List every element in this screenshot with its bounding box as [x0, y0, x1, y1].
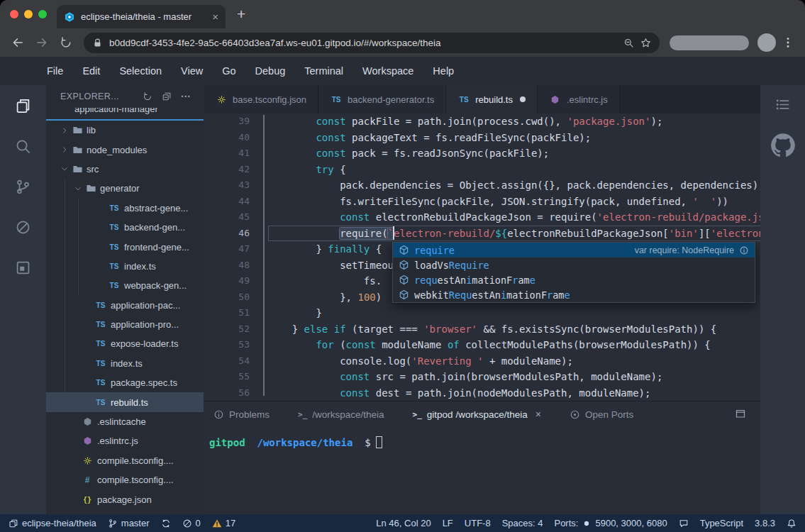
module-cube-icon	[399, 260, 409, 270]
window-minimize-button[interactable]	[24, 10, 33, 18]
menu-view[interactable]: View	[181, 65, 203, 77]
tree-item-application-pro...[interactable]: TSapplication-pro...	[46, 315, 204, 334]
tree-item-index.ts[interactable]: TSindex.ts	[46, 257, 204, 276]
editor-tab-.eslintrc.js[interactable]: .eslintrc.js	[538, 85, 620, 113]
suggestion-item[interactable]: requestAnimationFrame	[393, 272, 755, 287]
menu-selection[interactable]: Selection	[119, 65, 162, 77]
suggestion-item[interactable]: requirevar require: NodeRequire	[393, 243, 755, 257]
collapse-folders-icon[interactable]	[162, 92, 172, 101]
tree-item-label: package.json	[97, 494, 152, 505]
tree-item-abstract-gene...[interactable]: TSabstract-gene...	[46, 199, 204, 218]
more-actions-icon[interactable]: ···	[181, 93, 191, 100]
explorer-activity-button[interactable]	[15, 98, 31, 114]
editor-tab-backend-generator.ts[interactable]: TSbackend-generator.ts	[318, 85, 446, 113]
tree-item-compile.tsconfig....[interactable]: #compile.tsconfig....	[46, 470, 204, 489]
tree-item-label: expose-loader.ts	[111, 338, 178, 349]
toggle-panel-icon[interactable]	[735, 408, 746, 419]
scroll-decoration	[263, 115, 265, 396]
tree-item-.eslintrc.js[interactable]: .eslintrc.js	[46, 431, 204, 450]
menu-go[interactable]: Go	[222, 65, 235, 77]
info-icon	[739, 245, 749, 255]
tree-item-index.ts[interactable]: TSindex.ts	[46, 354, 204, 373]
tree-item-rebuild.ts[interactable]: TSrebuild.ts	[46, 392, 204, 411]
tree-item-.eslintcache[interactable]: .eslintcache	[46, 412, 204, 431]
github-activity-button[interactable]	[770, 133, 796, 158]
panel-tab-gitpod-workspace-theia[interactable]: >_gitpod /workspace/theia×	[413, 409, 541, 420]
browser-menu-icon[interactable]	[782, 36, 794, 49]
close-tab-icon[interactable]: ×	[535, 409, 541, 420]
new-tab-button[interactable]: +	[237, 6, 245, 23]
tree-item-lib[interactable]: lib	[46, 121, 204, 140]
chevron-right-icon	[60, 126, 69, 135]
status-item-warning-count[interactable]: 17	[212, 518, 235, 528]
tab-close-button[interactable]: ×	[212, 11, 218, 23]
status-item-sync[interactable]	[161, 519, 171, 528]
tree-item-expose-loader.ts[interactable]: TSexpose-loader.ts	[46, 334, 204, 353]
status-item-notifications[interactable]	[787, 519, 796, 528]
tree-item-label: backend-gen...	[124, 222, 185, 233]
tree-item-webpack-gen...[interactable]: TSwebpack-gen...	[46, 276, 204, 295]
tree-item-frontend-gene...[interactable]: TSfrontend-gene...	[46, 237, 204, 256]
address-bar[interactable]: b0dd9cdf-3453-4fe2-9a5c-66403d3ea7af.ws-…	[84, 33, 660, 53]
suggestion-item[interactable]: webkitRequestAnimationFrame	[393, 287, 755, 302]
bookmark-star-icon[interactable]	[640, 38, 651, 48]
browser-window: eclipse-theia/theia - master × + b0dd9cd…	[0, 0, 805, 532]
status-item-remote-workspace[interactable]: eclipse-theia/theia	[9, 518, 96, 528]
tree-item-node-modules[interactable]: node_modules	[46, 140, 204, 159]
debug-disabled-activity-button[interactable]	[15, 219, 31, 235]
extensions-activity-button[interactable]	[15, 260, 31, 276]
status-bar: eclipse-theia/theiamaster017 Ln 46, Col …	[0, 514, 805, 532]
source-control-activity-button[interactable]	[15, 179, 31, 195]
zoom-icon[interactable]	[623, 38, 634, 48]
editor-tab-rebuild.ts[interactable]: TSrebuild.ts	[446, 85, 538, 113]
status-item-git-branch[interactable]: master	[108, 518, 150, 528]
status-item-encoding[interactable]: UTF-8	[465, 518, 491, 528]
bell-icon	[787, 519, 796, 528]
window-zoom-button[interactable]	[38, 10, 47, 18]
terminal-icon: >_	[298, 410, 307, 419]
browser-profile-avatar[interactable]	[757, 33, 776, 52]
tree-item-generator[interactable]: generator	[46, 179, 204, 198]
menu-workspace[interactable]: Workspace	[362, 65, 413, 77]
status-item-language-mode[interactable]: TypeScript	[700, 518, 743, 528]
back-icon[interactable]	[11, 36, 24, 49]
editor-tab-label: rebuild.ts	[475, 94, 513, 105]
status-item-eol[interactable]: LF	[443, 518, 453, 528]
code-line-41: 41 const pack = fs.readJsonSync(packFile…	[204, 145, 760, 162]
menu-terminal[interactable]: Terminal	[304, 65, 343, 77]
panel-tab--workspace-theia[interactable]: >_/workspace/theia	[298, 409, 384, 420]
tree-item-compile.tsconfig....[interactable]: compile.tsconfig....	[46, 451, 204, 470]
menu-debug[interactable]: Debug	[255, 65, 286, 77]
tree-item-package.spec.ts[interactable]: TSpackage.spec.ts	[46, 373, 204, 392]
panel-tab-open-ports[interactable]: Open Ports	[570, 409, 633, 420]
status-item-feedback[interactable]	[679, 519, 689, 528]
reload-icon[interactable]	[60, 36, 72, 49]
terminal[interactable]: gitpod /workspace/theia $	[204, 427, 760, 448]
browser-tab[interactable]: eclipse-theia/theia - master ×	[57, 5, 226, 28]
search-activity-button[interactable]	[15, 138, 31, 155]
blurred-extension-area[interactable]	[670, 35, 749, 50]
menu-edit[interactable]: Edit	[82, 65, 100, 77]
status-item-error-count[interactable]: 0	[182, 518, 201, 528]
code-editor[interactable]: 39 const packFile = path.join(process.cw…	[204, 113, 760, 401]
status-item-cursor-position[interactable]: Ln 46, Col 20	[376, 518, 431, 528]
tree-item-partial[interactable]: application-manager	[46, 108, 204, 121]
status-item-indentation[interactable]: Spaces: 4	[502, 518, 543, 528]
line-number: 42	[204, 162, 268, 178]
tree-item-src[interactable]: src	[46, 160, 204, 179]
forward-icon[interactable]	[35, 36, 48, 49]
status-item-typescript-version[interactable]: 3.8.3	[755, 518, 775, 528]
tree-item-package.json[interactable]: {}package.json	[46, 489, 204, 509]
outline-activity-button[interactable]	[775, 96, 791, 113]
suggestion-item[interactable]: loadVsRequire	[393, 257, 755, 272]
menu-help[interactable]: Help	[433, 65, 454, 77]
status-item-ports[interactable]: Ports:5900, 3000, 6080	[554, 518, 667, 528]
panel-tab-problems[interactable]: Problems	[213, 409, 270, 420]
menu-file[interactable]: File	[47, 65, 63, 77]
tree-item-application-pac...[interactable]: TSapplication-pac...	[46, 296, 204, 315]
tree-item-label: frontend-gene...	[124, 242, 189, 253]
tree-item-backend-gen...[interactable]: TSbackend-gen...	[46, 218, 204, 237]
refresh-explorer-icon[interactable]	[143, 92, 152, 101]
window-close-button[interactable]	[10, 10, 18, 18]
editor-tab-base.tsconfig.json[interactable]: base.tsconfig.json	[204, 85, 318, 113]
